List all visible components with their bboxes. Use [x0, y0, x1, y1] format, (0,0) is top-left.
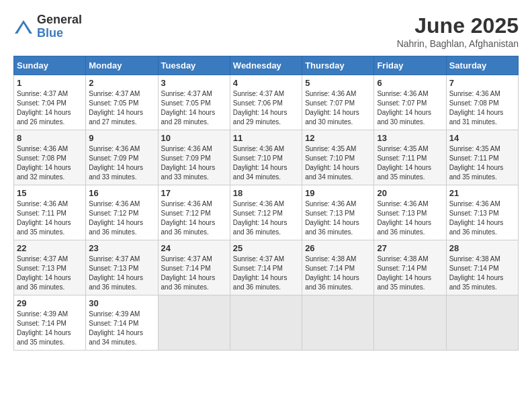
page-header: General Blue June 2025 Nahrin, Baghlan, …	[13, 13, 519, 49]
logo-icon	[13, 17, 34, 37]
list-item: 25 Sunrise: 4:37 AMSunset: 7:14 PMDaylig…	[230, 240, 302, 295]
list-item: 16 Sunrise: 4:36 AMSunset: 7:12 PMDaylig…	[86, 185, 158, 240]
list-item: 27 Sunrise: 4:38 AMSunset: 7:14 PMDaylig…	[374, 240, 446, 295]
list-item: 13 Sunrise: 4:35 AMSunset: 7:11 PMDaylig…	[374, 130, 446, 185]
list-item: 19 Sunrise: 4:36 AMSunset: 7:13 PMDaylig…	[302, 185, 374, 240]
table-row: 1 Sunrise: 4:37 AMSunset: 7:04 PMDayligh…	[14, 75, 519, 130]
list-item: 10 Sunrise: 4:36 AMSunset: 7:09 PMDaylig…	[158, 130, 230, 185]
logo: General Blue	[13, 13, 82, 40]
list-item: 18 Sunrise: 4:36 AMSunset: 7:12 PMDaylig…	[230, 185, 302, 240]
logo-general-text: General	[37, 13, 82, 27]
list-item: 17 Sunrise: 4:36 AMSunset: 7:12 PMDaylig…	[158, 185, 230, 240]
list-item: 26 Sunrise: 4:38 AMSunset: 7:14 PMDaylig…	[302, 240, 374, 295]
header-friday: Friday	[374, 56, 446, 75]
header-thursday: Thursday	[302, 56, 374, 75]
list-item: 2 Sunrise: 4:37 AMSunset: 7:05 PMDayligh…	[86, 75, 158, 130]
list-item: 15 Sunrise: 4:36 AMSunset: 7:11 PMDaylig…	[14, 185, 86, 240]
list-item: 14 Sunrise: 4:35 AMSunset: 7:11 PMDaylig…	[446, 130, 518, 185]
header-monday: Monday	[86, 56, 158, 75]
header-wednesday: Wednesday	[230, 56, 302, 75]
month-year-title: June 2025	[397, 13, 519, 38]
list-item	[230, 295, 302, 351]
list-item: 30 Sunrise: 4:39 AMSunset: 7:14 PMDaylig…	[86, 295, 158, 351]
header-tuesday: Tuesday	[158, 56, 230, 75]
logo-text: General Blue	[37, 13, 82, 40]
calendar-header-row: Sunday Monday Tuesday Wednesday Thursday…	[14, 56, 519, 75]
list-item: 24 Sunrise: 4:37 AMSunset: 7:14 PMDaylig…	[158, 240, 230, 295]
table-row: 15 Sunrise: 4:36 AMSunset: 7:11 PMDaylig…	[14, 185, 519, 240]
header-sunday: Sunday	[14, 56, 86, 75]
list-item: 7 Sunrise: 4:36 AMSunset: 7:08 PMDayligh…	[446, 75, 518, 130]
list-item: 20 Sunrise: 4:36 AMSunset: 7:13 PMDaylig…	[374, 185, 446, 240]
list-item: 28 Sunrise: 4:38 AMSunset: 7:14 PMDaylig…	[446, 240, 518, 295]
title-section: June 2025 Nahrin, Baghlan, Afghanistan	[397, 13, 519, 49]
list-item: 8 Sunrise: 4:36 AMSunset: 7:08 PMDayligh…	[14, 130, 86, 185]
table-row: 29 Sunrise: 4:39 AMSunset: 7:14 PMDaylig…	[14, 295, 519, 351]
table-row: 8 Sunrise: 4:36 AMSunset: 7:08 PMDayligh…	[14, 130, 519, 185]
list-item: 23 Sunrise: 4:37 AMSunset: 7:13 PMDaylig…	[86, 240, 158, 295]
list-item	[302, 295, 374, 351]
list-item: 4 Sunrise: 4:37 AMSunset: 7:06 PMDayligh…	[230, 75, 302, 130]
list-item: 22 Sunrise: 4:37 AMSunset: 7:13 PMDaylig…	[14, 240, 86, 295]
list-item	[374, 295, 446, 351]
list-item	[446, 295, 518, 351]
list-item: 21 Sunrise: 4:36 AMSunset: 7:13 PMDaylig…	[446, 185, 518, 240]
list-item	[158, 295, 230, 351]
list-item: 9 Sunrise: 4:36 AMSunset: 7:09 PMDayligh…	[86, 130, 158, 185]
logo-blue-text: Blue	[37, 27, 82, 40]
list-item: 1 Sunrise: 4:37 AMSunset: 7:04 PMDayligh…	[14, 75, 86, 130]
list-item: 12 Sunrise: 4:35 AMSunset: 7:10 PMDaylig…	[302, 130, 374, 185]
list-item: 3 Sunrise: 4:37 AMSunset: 7:05 PMDayligh…	[158, 75, 230, 130]
list-item: 11 Sunrise: 4:36 AMSunset: 7:10 PMDaylig…	[230, 130, 302, 185]
location-subtitle: Nahrin, Baghlan, Afghanistan	[397, 38, 519, 49]
list-item: 6 Sunrise: 4:36 AMSunset: 7:07 PMDayligh…	[374, 75, 446, 130]
header-saturday: Saturday	[446, 56, 518, 75]
calendar-table: Sunday Monday Tuesday Wednesday Thursday…	[13, 56, 519, 351]
table-row: 22 Sunrise: 4:37 AMSunset: 7:13 PMDaylig…	[14, 240, 519, 295]
list-item: 5 Sunrise: 4:36 AMSunset: 7:07 PMDayligh…	[302, 75, 374, 130]
list-item: 29 Sunrise: 4:39 AMSunset: 7:14 PMDaylig…	[14, 295, 86, 351]
